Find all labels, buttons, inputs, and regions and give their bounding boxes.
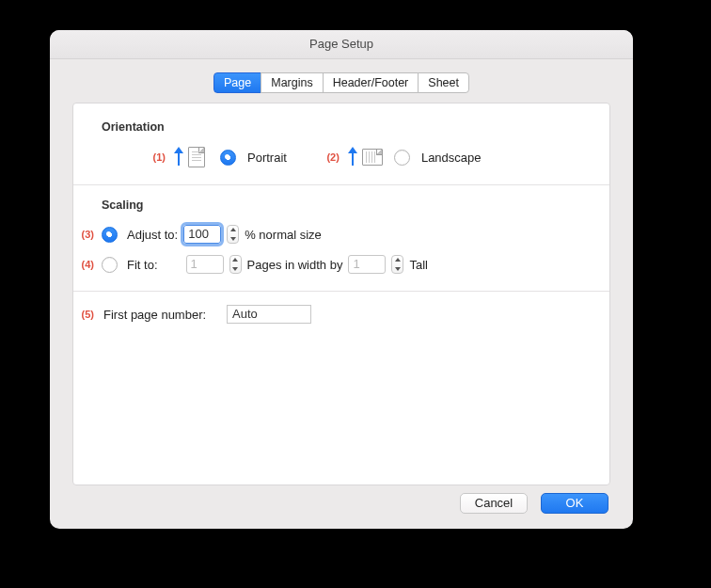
tab-bar: Page Margins Header/Footer Sheet (50, 72, 633, 93)
ok-button[interactable]: OK (541, 493, 608, 514)
marker-4: (4) (77, 259, 94, 270)
divider-2 (73, 291, 609, 292)
page-tab-panel: Orientation (1) Portrait (2) Landscape (72, 103, 610, 485)
orientation-portrait-label: Portrait (247, 151, 287, 165)
scaling-fit-height-input[interactable]: 1 (348, 255, 386, 274)
divider-1 (73, 184, 609, 185)
orientation-portrait-radio[interactable] (220, 150, 236, 166)
first-page-label: First page number: (103, 308, 206, 322)
scaling-fit-radio[interactable] (102, 257, 118, 273)
cancel-button[interactable]: Cancel (460, 493, 528, 514)
orientation-label: Orientation (102, 120, 592, 134)
scaling-fit-label: Fit to: (127, 258, 158, 272)
scaling-adjust-label: Adjust to: (127, 228, 178, 242)
orientation-landscape-radio[interactable] (394, 150, 410, 166)
arrow-up-icon-2 (349, 147, 358, 167)
portrait-page-icon (188, 147, 205, 167)
tab-sheet[interactable]: Sheet (418, 72, 469, 93)
marker-5: (5) (77, 309, 94, 320)
scaling-fit-width-stepper[interactable] (229, 255, 242, 274)
window-title: Page Setup (50, 30, 633, 59)
marker-1: (1) (149, 151, 166, 163)
arrow-up-icon (175, 147, 184, 167)
scaling-fit-mid-label: Pages in width by (247, 258, 343, 272)
tab-page[interactable]: Page (213, 72, 261, 93)
scaling-adjust-stepper[interactable] (227, 225, 239, 244)
tab-header-footer[interactable]: Header/Footer (323, 72, 419, 93)
scaling-fit-width-input[interactable]: 1 (186, 255, 224, 274)
marker-2: (2) (323, 151, 340, 163)
tab-margins[interactable]: Margins (261, 72, 323, 93)
scaling-adjust-input[interactable]: 100 (183, 225, 221, 244)
scaling-adjust-radio[interactable] (102, 227, 118, 243)
marker-3: (3) (77, 229, 94, 240)
scaling-fit-tall-label: Tall (409, 258, 428, 272)
orientation-landscape-label: Landscape (421, 151, 482, 165)
scaling-label: Scaling (102, 199, 592, 212)
scaling-adjust-suffix: % normal size (245, 228, 322, 242)
scaling-fit-height-stepper[interactable] (391, 255, 403, 274)
first-page-input[interactable]: Auto (227, 305, 311, 324)
page-setup-window: Page Setup Page Margins Header/Footer Sh… (50, 30, 633, 529)
landscape-page-icon (362, 147, 379, 167)
